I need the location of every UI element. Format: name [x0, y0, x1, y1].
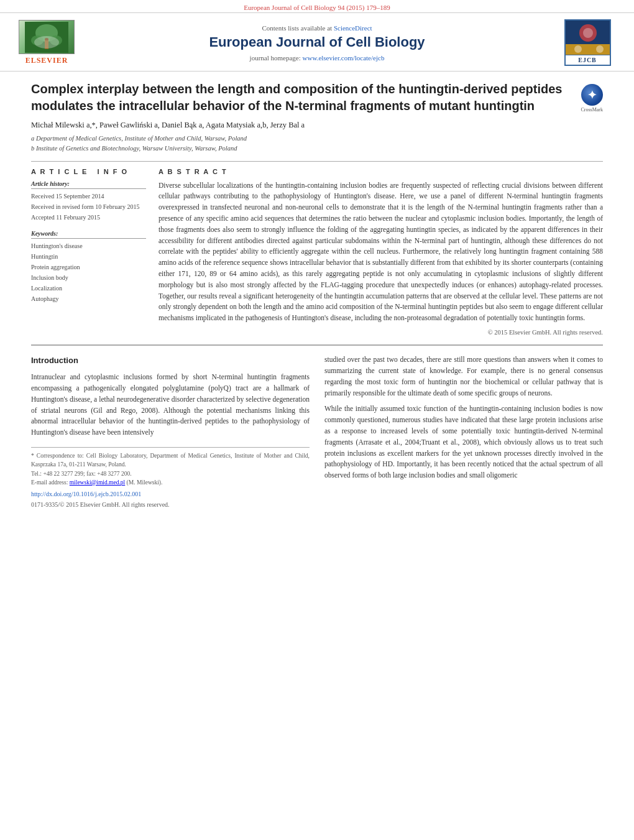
email-note: E-mail address: milewski@imid.med.pl (M.… [31, 478, 310, 487]
svg-point-11 [596, 45, 604, 53]
svg-point-10 [574, 45, 582, 53]
keyword-4: Inclusion body [31, 272, 146, 283]
issn-line: 0171-9335/© 2015 Elsevier GmbH. All righ… [31, 500, 310, 509]
homepage-line: journal homepage: www.elsevier.com/locat… [87, 54, 547, 62]
authors: Michał Milewski a,*, Paweł Gawliński a, … [31, 121, 603, 130]
footnote-section: * Correspondence to: Cell Biology Labora… [31, 447, 310, 509]
two-col-info: A R T I C L E I N F O Article history: R… [31, 168, 603, 336]
section-label-info: A R T I C L E I N F O [31, 168, 146, 175]
email-link[interactable]: milewski@imid.med.pl [70, 479, 126, 486]
keyword-2: Huntingtin [31, 251, 146, 262]
ejcb-label: EJCB [566, 55, 610, 65]
keyword-6: Autophagy [31, 293, 146, 304]
header-area: ELSEVIER Contents lists available at Sci… [0, 13, 634, 72]
article-body: Complex interplay between the length and… [0, 72, 634, 519]
ejcb-logo: EJCB [564, 19, 611, 66]
svg-point-5 [45, 38, 48, 40]
correspondence-note: * Correspondence to: Cell Biology Labora… [31, 451, 310, 469]
abstract-text: Diverse subcellular localizations of the… [158, 180, 603, 325]
accepted-date: Accepted 11 February 2015 [31, 212, 146, 223]
email-label: E-mail address: [31, 479, 68, 486]
introduction-heading: Introduction [31, 354, 310, 367]
elsevier-logo-image [19, 20, 75, 54]
body-divider [31, 344, 603, 346]
revised-date: Received in revised form 10 February 201… [31, 201, 146, 212]
keywords-block: Keywords: Huntington's disease Huntingti… [31, 230, 146, 304]
keyword-3: Protein aggregation [31, 262, 146, 272]
history-title: Article history: [31, 180, 146, 189]
elsevier-logo-block: ELSEVIER [19, 20, 75, 65]
top-bar: European Journal of Cell Biology 94 (201… [0, 0, 634, 13]
section-label-abstract: A B S T R A C T [158, 168, 603, 175]
intro-para-3: While the initially assumed toxic functi… [324, 404, 603, 481]
keyword-1: Huntington's disease [31, 241, 146, 251]
copyright-line: © 2015 Elsevier GmbH. All rights reserve… [158, 329, 603, 336]
svg-point-1 [35, 24, 58, 42]
crossmark-icon: ✦ [581, 84, 603, 106]
article-history-block: Article history: Received 15 September 2… [31, 180, 146, 223]
journal-title: European Journal of Cell Biology [87, 34, 547, 50]
svg-rect-4 [45, 39, 48, 49]
doi-line[interactable]: http://dx.doi.org/10.1016/j.ejcb.2015.02… [31, 489, 310, 499]
svg-point-2 [31, 35, 44, 45]
svg-rect-9 [566, 44, 611, 55]
email-person: (M. Milewski). [127, 479, 163, 486]
homepage-link[interactable]: www.elsevier.com/locate/ejcb [303, 54, 385, 62]
affiliations: a Department of Medical Genetics, Instit… [31, 134, 603, 154]
keywords-title: Keywords: [31, 230, 146, 239]
tel-note: Tel.: +48 22 3277 299; fax: +48 3277 200… [31, 469, 310, 478]
intro-para-2: studied over the past two decades, there… [324, 354, 603, 399]
elsevier-label: ELSEVIER [25, 56, 68, 65]
body-col-right: studied over the past two decades, there… [324, 354, 603, 509]
abstract-col: A B S T R A C T Diverse subcellular loca… [158, 168, 603, 336]
article-title: Complex interplay between the length and… [31, 81, 571, 114]
affiliation-a: a Department of Medical Genetics, Instit… [31, 134, 603, 144]
crossmark-block: ✦ CrossMark [581, 84, 603, 113]
body-col-left: Introduction Intranuclear and cytoplasmi… [31, 354, 310, 509]
journal-citation: European Journal of Cell Biology 94 (201… [244, 4, 390, 11]
svg-point-3 [50, 35, 62, 45]
article-info: A R T I C L E I N F O Article history: R… [31, 168, 146, 336]
received-date: Received 15 September 2014 [31, 191, 146, 201]
svg-point-8 [583, 28, 593, 38]
keyword-5: Localization [31, 283, 146, 293]
ejcb-logo-image [566, 21, 610, 55]
affiliation-b: b Institute of Genetics and Biotechnolog… [31, 144, 603, 154]
divider-1 [31, 161, 603, 162]
article-title-section: Complex interplay between the length and… [31, 81, 603, 114]
crossmark-label: CrossMark [581, 107, 603, 113]
two-col-body: Introduction Intranuclear and cytoplasmi… [31, 354, 603, 509]
header-center: Contents lists available at ScienceDirec… [75, 24, 559, 62]
intro-para-1: Intranuclear and cytoplasmic inclusions … [31, 372, 310, 438]
sciencedirect-link[interactable]: ScienceDirect [334, 24, 372, 32]
contents-line: Contents lists available at ScienceDirec… [87, 24, 547, 32]
ejcb-logo-block: EJCB [559, 19, 615, 66]
